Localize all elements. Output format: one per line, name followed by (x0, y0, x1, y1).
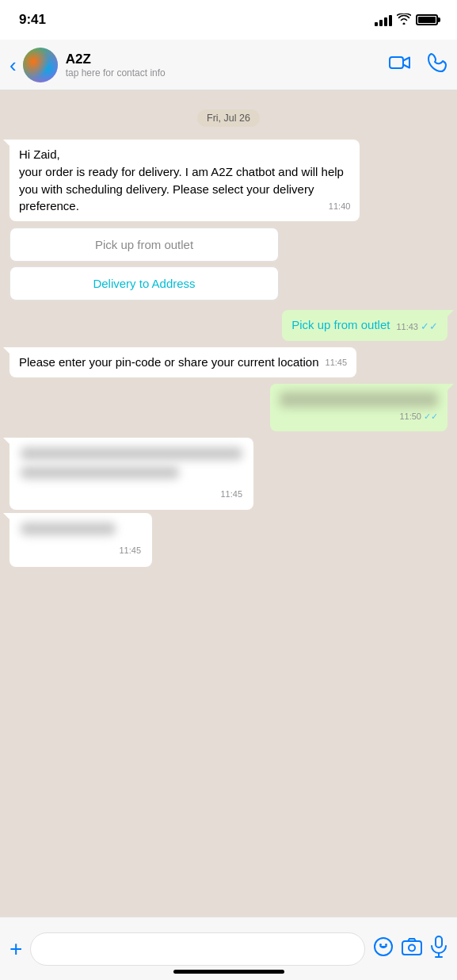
blurred-outgoing-content (280, 392, 438, 408)
blurred-incoming-bubble-2: 11:45 (10, 513, 152, 567)
sticker-button[interactable] (373, 936, 394, 962)
blurred-time: 11:50 ✓✓ (399, 411, 438, 423)
home-indicator (173, 970, 284, 974)
pincode-bubble: Please enter your pin-code or share your… (10, 347, 356, 377)
message-text: Hi Zaid, your order is ready for deliver… (19, 147, 344, 212)
pickup-button[interactable]: Pick up from outlet (10, 228, 279, 262)
blurred-outgoing-bubble: 11:50 ✓✓ (270, 384, 447, 431)
date-label: Fri, Jul 26 (197, 109, 260, 127)
outgoing-text: Pick up from outlet (291, 318, 390, 331)
blurred-incoming-row-1: 11:45 (10, 438, 447, 511)
svg-rect-0 (390, 57, 403, 68)
contact-name: A2Z (66, 52, 389, 67)
header-actions (389, 52, 447, 78)
svg-rect-4 (402, 941, 421, 955)
contact-info[interactable]: A2Z tap here for contact info (66, 52, 389, 78)
video-call-button[interactable] (389, 55, 411, 75)
status-time: 9:41 (19, 12, 46, 28)
blurred-line-1 (21, 447, 242, 460)
svg-rect-6 (436, 936, 442, 947)
message-row-pincode: Please enter your pin-code or share your… (10, 347, 447, 377)
blurred-incoming-time-2: 11:45 (119, 545, 141, 557)
phone-call-button[interactable] (427, 52, 447, 78)
delivery-button[interactable]: Delivery to Address (10, 266, 279, 301)
back-button[interactable]: ‹ (10, 55, 17, 75)
pincode-text: Please enter your pin-code or share your… (19, 355, 319, 369)
incoming-bubble: Hi Zaid, your order is ready for deliver… (10, 140, 360, 221)
blurred-incoming-time-1: 11:45 (220, 488, 242, 501)
blurred-outgoing-row: 11:50 ✓✓ (10, 384, 447, 431)
contact-sub: tap here for contact info (66, 67, 389, 78)
blurred-line-2 (21, 466, 179, 479)
svg-point-3 (385, 944, 387, 946)
blurred-incoming-row-2: 11:45 (10, 513, 447, 567)
outgoing-time: 11:43 ✓✓ (396, 320, 438, 335)
outgoing-bubble: Pick up from outlet 11:43 ✓✓ (282, 310, 447, 341)
camera-button[interactable] (402, 938, 422, 960)
signal-icon (375, 13, 392, 26)
wifi-icon (397, 13, 411, 27)
blurred-incoming-bubble-1: 11:45 (10, 438, 253, 511)
message-time: 11:40 (329, 201, 351, 213)
quick-reply-group: Pick up from outlet Delivery to Address (10, 228, 279, 301)
pincode-time: 11:45 (326, 357, 348, 369)
svg-point-2 (379, 944, 382, 946)
message-row-outgoing: Pick up from outlet 11:43 ✓✓ (10, 310, 447, 341)
mic-button[interactable] (430, 936, 447, 963)
status-bar: 9:41 (0, 0, 457, 40)
avatar (23, 48, 58, 82)
svg-point-5 (409, 944, 415, 951)
chat-header: ‹ A2Z tap here for contact info (0, 40, 457, 90)
chat-area: Fri, Jul 26 Hi Zaid, your order is ready… (0, 90, 457, 917)
blurred-line-3 (21, 523, 116, 535)
message-row: Hi Zaid, your order is ready for deliver… (10, 140, 447, 221)
date-separator: Fri, Jul 26 (10, 109, 447, 127)
plus-button[interactable]: + (10, 938, 22, 960)
battery-icon (416, 14, 438, 25)
message-input[interactable] (30, 932, 365, 966)
status-icons (375, 13, 438, 27)
